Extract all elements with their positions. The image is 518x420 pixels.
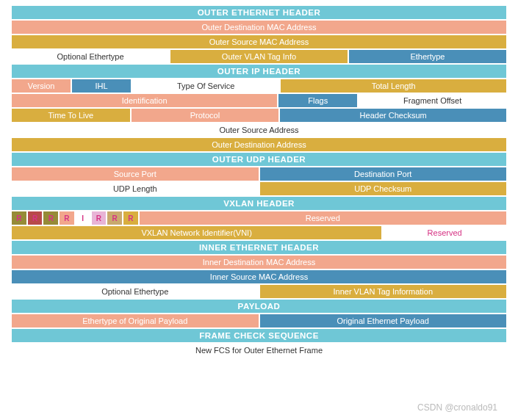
field-vxlan-reserved1: Reserved — [140, 211, 506, 225]
vxlan-flag-7: R — [123, 211, 138, 225]
field-identification: Identification — [12, 94, 277, 107]
field-vni: VXLAN Network Identifier(VNI) — [12, 226, 381, 239]
vxlan-flag-1: R — [28, 211, 43, 225]
section-payload-title: PAYLOAD — [12, 300, 506, 313]
field-opt-ethertype: Optional Ethertype — [12, 50, 169, 63]
vxlan-flag-0: R — [12, 211, 26, 225]
field-hdr-checksum: Header Checksum — [280, 109, 506, 122]
field-inner-src-mac: Inner Source MAC Address — [12, 270, 506, 283]
field-payload-ethertype: Ethertype of Original Payload — [12, 314, 259, 327]
field-inner-opt-ethertype: Optional Ethertype — [12, 285, 259, 298]
field-ihl: IHL — [72, 79, 131, 93]
field-frag-off: Fragment Offset — [359, 94, 506, 107]
section-outer-ip-title: OUTER IP HEADER — [12, 65, 506, 78]
section-outer-eth-title: OUTER ETHERNET HEADER — [12, 6, 506, 19]
field-outer-src-mac: Outer Source MAC Address — [12, 35, 506, 48]
field-ttl: Time To Live — [12, 109, 130, 122]
vxlan-flag-6: R — [107, 211, 122, 225]
field-udp-checksum: UDP Checksum — [260, 182, 507, 195]
field-inner-vlan: Inner VLAN Tag Information — [260, 285, 507, 298]
field-ethertype: Ethertype — [349, 50, 506, 63]
field-vxlan-reserved2: Reserved — [383, 226, 506, 239]
field-version: Version — [12, 79, 71, 93]
vxlan-frame-diagram: OUTER ETHERNET HEADER Outer Destination … — [0, 0, 518, 361]
field-outer-dst-addr: Outer Destination Address — [12, 138, 506, 151]
field-outer-src-addr: Outer Source Address — [12, 123, 506, 137]
field-dst-port: Destination Port — [260, 167, 507, 181]
vxlan-flag-3: R — [60, 211, 74, 225]
field-flags: Flags — [278, 94, 357, 107]
field-tos: Type Of Service — [132, 79, 279, 93]
section-inner-eth-title: INNER ETHERNET HEADER — [12, 241, 506, 254]
section-fcs-title: FRAME CHECK SEQUENCE — [12, 329, 506, 342]
section-vxlan-title: VXLAN HEADER — [12, 197, 506, 210]
field-udp-len: UDP Length — [12, 182, 259, 195]
field-total-len: Total Length — [281, 79, 506, 93]
section-outer-udp-title: OUTER UDP HEADER — [12, 153, 506, 166]
field-outer-dst-mac: Outer Destination MAC Address — [12, 21, 506, 34]
field-original-payload: Original Ethernet Payload — [260, 314, 507, 327]
vxlan-flag-i: I — [76, 211, 90, 225]
vxlan-flag-2: R — [43, 211, 58, 225]
field-new-fcs: New FCS for Outer Ethernet Frame — [12, 344, 506, 357]
field-outer-vlan: Outer VLAN Tag Info — [170, 50, 348, 63]
field-src-port: Source Port — [12, 167, 259, 181]
field-inner-dst-mac: Inner Destination MAC Address — [12, 256, 506, 269]
vxlan-flag-5: R — [92, 211, 107, 225]
field-protocol: Protocol — [132, 109, 279, 122]
